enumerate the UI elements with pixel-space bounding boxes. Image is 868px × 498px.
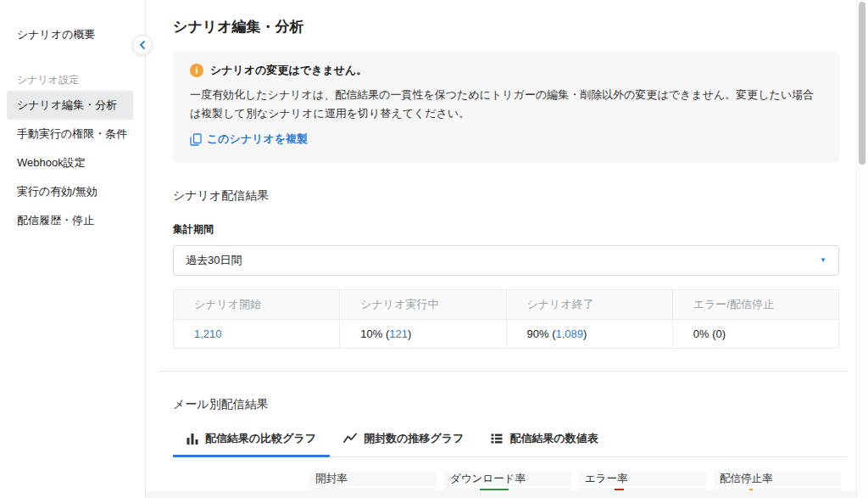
notice-box: i シナリオの変更はできません。 一度有効化したシナリオは、配信結果の一貫性を保… xyxy=(173,51,839,163)
main-content: シナリオ編集・分析 i シナリオの変更はできません。 一度有効化したシナリオは、… xyxy=(147,0,856,498)
section-divider xyxy=(159,371,848,372)
info-icon: i xyxy=(190,64,203,77)
table-icon xyxy=(491,433,503,445)
scenario-start-count-link[interactable]: 1,210 xyxy=(194,327,222,340)
col-header-scenario-running: シナリオ実行中 xyxy=(340,289,506,319)
chart-column-header: 配信停止率 xyxy=(714,471,841,486)
scrollbar-track[interactable] xyxy=(856,0,868,498)
cell-scenario-start: 1,210 xyxy=(174,319,340,348)
col-header-error-stopped: エラー/配信停止 xyxy=(672,289,838,319)
chevron-left-icon xyxy=(139,41,146,49)
scrollbar-thumb[interactable] xyxy=(859,2,865,165)
period-select[interactable]: 過去30日間 ▼ xyxy=(173,245,839,276)
sidebar-section-scenario-settings: シナリオ設定 xyxy=(7,70,133,91)
notice-body: 一度有効化したシナリオは、配信結果の一貫性を保つためにトリガーの編集・削除以外の… xyxy=(190,86,822,123)
table-row: 1,210 10% (121) 90% (1,089) 0% (0) xyxy=(174,319,839,348)
cell-error-stopped: 0% (0) xyxy=(672,319,838,348)
tab-comparison-graph[interactable]: 配信結果の比較グラフ xyxy=(173,426,330,457)
tab-open-trend-graph[interactable]: 開封数の推移グラフ xyxy=(330,426,477,457)
mail-results-title: メール別配信結果 xyxy=(173,397,839,412)
bar-chart-icon xyxy=(186,433,198,445)
page-title: シナリオ編集・分析 xyxy=(173,17,839,36)
col-header-scenario-finished: シナリオ終了 xyxy=(506,289,672,319)
copy-icon xyxy=(190,133,202,146)
scenario-running-count-link[interactable]: 121 xyxy=(389,327,408,340)
chart-column-header: ダウンロード率 xyxy=(444,471,571,486)
sidebar-item-scenario-edit-analysis[interactable]: シナリオ編集・分析 xyxy=(7,91,133,120)
sidebar-collapse-button[interactable] xyxy=(132,35,153,55)
scenario-delivery-result-title: シナリオ配信結果 xyxy=(173,188,839,204)
sidebar-item-delivery-history[interactable]: 配信履歴・停止 xyxy=(7,206,133,235)
chart-column-header: 開封率 xyxy=(309,471,437,486)
tab-numeric-table[interactable]: 配信結果の数値表 xyxy=(477,426,611,457)
sidebar-item-manual-exec-permission[interactable]: 手動実行の権限・条件 xyxy=(7,120,133,148)
chart-corner-cell xyxy=(173,471,302,486)
notice-title: シナリオの変更はできません。 xyxy=(210,63,367,78)
cell-scenario-running: 10% (121) xyxy=(340,319,506,348)
scenario-result-table: シナリオ開始 シナリオ実行中 シナリオ終了 エラー/配信停止 1,210 10%… xyxy=(173,289,839,349)
line-chart-icon xyxy=(343,433,357,445)
next-section-edge xyxy=(147,490,856,498)
cell-scenario-finished: 90% (1,089) xyxy=(506,319,672,348)
sidebar-item-execution-enable[interactable]: 実行の有効/無効 xyxy=(7,177,133,206)
chart-column-header: エラー率 xyxy=(579,471,706,486)
mail-results-tabs: 配信結果の比較グラフ 開封数の推移グラフ 配信結果の数値表 xyxy=(173,426,848,457)
period-select-value: 過去30日間 xyxy=(186,253,242,268)
sidebar-item-scenario-overview[interactable]: シナリオの概要 xyxy=(7,22,133,48)
aggregation-period-label: 集計期間 xyxy=(173,222,839,237)
sidebar-item-webhook-settings[interactable]: Webhook設定 xyxy=(7,148,133,177)
duplicate-scenario-link[interactable]: このシナリオを複製 xyxy=(190,131,308,147)
col-header-scenario-start: シナリオ開始 xyxy=(174,289,340,319)
chevron-down-icon: ▼ xyxy=(820,256,826,264)
scenario-finished-count-link[interactable]: 1,089 xyxy=(555,327,583,340)
sidebar: シナリオの概要 シナリオ設定 シナリオ編集・分析 手動実行の権限・条件 Webh… xyxy=(0,0,146,498)
